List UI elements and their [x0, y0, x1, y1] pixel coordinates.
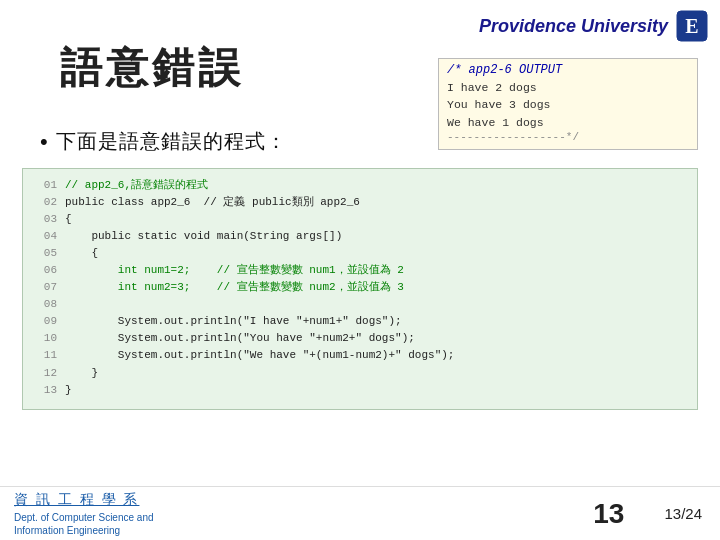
code-line-5: 05 { — [35, 245, 685, 262]
bullet-text: 下面是語意錯誤的程式： — [56, 128, 287, 155]
footer-logo-area: 資 訊 工 程 學 系 Dept. of Computer Science an… — [14, 491, 154, 537]
code-line-9: 09 System.out.println("I have "+num1+" d… — [35, 313, 685, 330]
code-line-6: 06 int num1=2; // 宣告整數變數 num1，並設值為 2 — [35, 262, 685, 279]
footer-dept-chinese: 資 訊 工 程 學 系 — [14, 491, 139, 509]
footer: 資 訊 工 程 學 系 Dept. of Computer Science an… — [0, 486, 720, 540]
output-line-1: I have 2 dogs — [447, 79, 689, 96]
code-line-10: 10 System.out.println("You have "+num2+"… — [35, 330, 685, 347]
output-box: /* app2-6 OUTPUT I have 2 dogs You have … — [438, 58, 698, 150]
university-name: Providence University — [479, 16, 668, 37]
bullet-section: • 下面是語意錯誤的程式： — [40, 128, 287, 155]
code-line-13: 13 } — [35, 382, 685, 399]
svg-text:E: E — [685, 15, 698, 37]
output-line-3: We have 1 dogs — [447, 114, 689, 131]
page-title: 語意錯誤 — [60, 40, 244, 96]
code-line-1: 01 // app2_6,語意錯誤的程式 — [35, 177, 685, 194]
slide-number: 13 — [593, 498, 624, 530]
footer-dept-english: Dept. of Computer Science and Informatio… — [14, 511, 154, 537]
code-line-8: 08 — [35, 296, 685, 313]
code-block: 01 // app2_6,語意錯誤的程式 02 public class app… — [22, 168, 698, 410]
output-header: /* app2-6 OUTPUT — [447, 63, 689, 77]
code-line-4: 04 public static void main(String args[]… — [35, 228, 685, 245]
footer-dept-line2: Information Engineering — [14, 524, 154, 537]
code-line-2: 02 public class app2_6 // 定義 public類別 ap… — [35, 194, 685, 211]
footer-dept-line1: Dept. of Computer Science and — [14, 511, 154, 524]
header: Providence University E — [460, 0, 720, 52]
code-line-7: 07 int num2=3; // 宣告整數變數 num2，並設值為 3 — [35, 279, 685, 296]
output-line-2: You have 3 dogs — [447, 96, 689, 113]
code-line-12: 12 } — [35, 365, 685, 382]
university-logo-icon: E — [676, 10, 708, 42]
bullet-icon: • — [40, 129, 48, 155]
code-line-11: 11 System.out.println("We have "+(num1-n… — [35, 347, 685, 364]
footer-right: 13 13/24 — [593, 498, 702, 530]
slide-fraction: 13/24 — [664, 505, 702, 522]
code-line-3: 03 { — [35, 211, 685, 228]
output-separator: ------------------*/ — [447, 131, 689, 143]
